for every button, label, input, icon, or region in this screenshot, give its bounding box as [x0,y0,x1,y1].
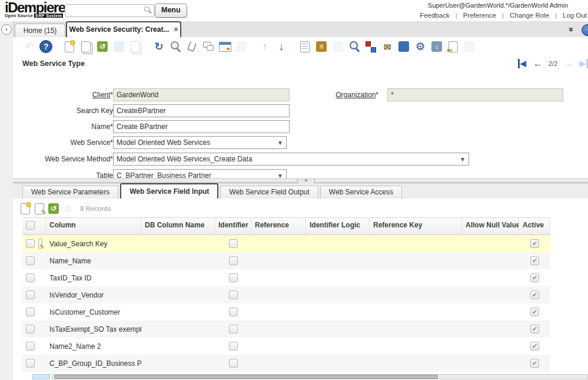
edit-record-icon[interactable] [33,202,46,215]
detail-record-icon[interactable]: ↓ [274,39,288,54]
requests-icon[interactable]: ✉ [380,39,394,54]
expand-sidebar-icon[interactable]: › [1,24,12,35]
chat-icon[interactable] [201,39,215,54]
identifier-checkbox[interactable] [229,239,238,248]
detail-tab-web-service-field-output[interactable]: Web Service Field Output [220,186,318,199]
row-select-checkbox[interactable] [26,359,35,368]
scrollbar-thumb[interactable] [54,375,438,379]
column-header-identifier-logic[interactable]: Identifier Logic [306,218,370,234]
previous-record-icon[interactable]: ← [533,59,543,68]
name-field[interactable]: Create BPartner [113,120,290,133]
header-link-preference[interactable]: Preference [457,12,502,19]
refresh-icon[interactable]: ↻ [152,39,166,54]
column-header-db-column-name[interactable]: DB Column Name [141,218,215,234]
header-link-feedback[interactable]: Feedback [414,12,456,19]
column-cell: Value_Search Key [46,235,141,252]
help-edge-icon[interactable] [582,24,588,36]
grid-toggle-icon[interactable] [218,39,232,54]
attachment-icon[interactable] [185,39,199,54]
select-all-checkbox[interactable] [26,221,35,230]
row-select-checkbox[interactable] [26,273,35,282]
product-info-icon[interactable] [397,39,411,54]
identifier-checkbox[interactable] [229,290,238,299]
identifier-checkbox[interactable] [229,359,238,368]
new-record-icon[interactable] [19,202,32,215]
chevron-down-icon[interactable]: ▼ [460,153,466,166]
collapse-header-icon[interactable]: » [567,27,576,32]
menu-button[interactable]: Menu [155,4,187,18]
detail-tab-web-service-field-input[interactable]: Web Service Field Input [120,183,218,199]
header-link-change-role[interactable]: Change Role [504,12,555,19]
report-icon[interactable] [298,39,312,54]
tab-home[interactable]: Home (15) [15,24,65,37]
process-icon[interactable]: ⚙ [413,39,427,54]
table-row[interactable]: IsVendor_Vendor✔ [22,286,550,303]
search-icon[interactable] [144,6,151,14]
row-select-checkbox[interactable] [26,239,35,248]
chevron-down-icon[interactable]: ▼ [277,137,283,149]
table-row[interactable]: Name_Name✔ [22,252,550,269]
search-key-field[interactable]: CreateBPartner [113,104,290,117]
find-icon[interactable] [168,39,182,54]
column-header-column[interactable]: Column [46,218,141,234]
next-record-icon[interactable]: → [563,59,573,68]
active-checkbox[interactable]: ✔ [530,359,539,368]
delete-record-icon[interactable]: ↺ [95,39,109,54]
identifier-checkbox[interactable] [229,342,238,351]
workflow-icon[interactable] [364,39,378,54]
column-header-allow-null-value[interactable]: Allow Null Value [462,218,519,234]
table-row[interactable]: IsTaxExempt_SO Tax exempt✔ [22,320,550,338]
file-import-icon[interactable] [446,39,460,54]
copy-record-icon[interactable] [79,39,93,54]
first-record-icon[interactable]: ◀ [518,59,526,68]
column-header-reference[interactable]: Reference [251,218,306,234]
active-checkbox[interactable]: ✔ [530,239,539,248]
row-select-checkbox[interactable] [26,342,35,351]
identifier-checkbox[interactable] [229,273,238,282]
new-record-icon[interactable] [62,39,77,54]
active-checkbox[interactable]: ✔ [530,342,539,351]
table-row[interactable]: IsCustomer_Customer✔ [22,303,550,320]
web-service-select[interactable]: Model Oriented Web Services▼ [113,136,287,149]
tab-web-service-security[interactable]: Web Service Security: Creat...× [66,21,181,37]
table-row[interactable]: Name2_Name 2✔ [22,338,550,355]
help-icon[interactable]: ? [39,39,53,54]
delete-record-icon[interactable]: ↺ [47,202,60,215]
edit-row-icon[interactable] [38,239,42,249]
row-select-checkbox[interactable] [26,290,35,299]
export-icon[interactable]: ↓ [430,39,444,54]
row-select-checkbox[interactable] [26,308,35,316]
detail-tab-web-service-access[interactable]: Web Service Access [320,186,402,199]
column-header-active[interactable]: Active [519,218,550,234]
panel-splitter[interactable]: ▼ [13,179,588,183]
active-checkbox[interactable]: ✔ [530,256,539,265]
active-checkbox[interactable]: ✔ [530,325,539,333]
row-select-checkbox[interactable] [26,256,35,265]
scrollbar-track[interactable] [52,374,588,379]
parent-record-icon[interactable]: ↑ [258,39,272,54]
table-row[interactable]: TaxID_Tax ID✔ [22,269,550,286]
column-header-reference-key[interactable]: Reference Key [370,218,462,234]
table-row[interactable]: C_BP_Group_ID_Business Par✔ [22,355,550,372]
identifier-checkbox[interactable] [229,256,238,265]
table-select[interactable]: C_BPartner_Business Partner▼ [113,169,287,179]
web-service-method-select[interactable]: Model Oriented Web Services_Create Data▼ [113,153,469,166]
column-header-identifier[interactable]: Identifier [215,218,251,234]
header-link-log-out[interactable]: Log Out [557,12,588,19]
identifier-checkbox[interactable] [229,308,238,316]
close-tab-icon[interactable]: × [174,25,178,34]
main-tabstrip: Home (15) Web Service Security: Creat...… [13,21,588,38]
active-checkbox[interactable]: ✔ [530,290,539,299]
global-search-box[interactable] [65,4,154,17]
active-checkbox[interactable]: ✔ [530,273,539,282]
identifier-checkbox[interactable] [229,325,238,333]
search-input[interactable] [65,5,143,15]
last-record-icon[interactable]: ▶ [580,59,588,68]
zoom-across-icon[interactable] [347,39,361,54]
detail-tab-web-service-parameters[interactable]: Web Service Parameters [22,186,118,199]
active-checkbox[interactable]: ✔ [530,308,539,316]
archive-icon[interactable]: ≡ [314,39,328,54]
table-row[interactable]: Value_Search Key✔ [22,235,550,252]
chevron-down-icon[interactable]: ▼ [277,170,283,179]
row-select-checkbox[interactable] [26,325,35,333]
